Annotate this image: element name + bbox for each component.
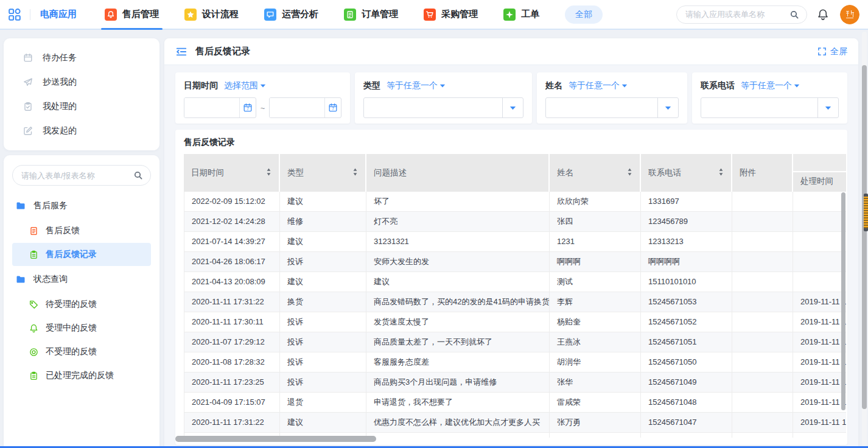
sort-icon[interactable] — [627, 167, 632, 178]
tree-item-after-sales-feedback[interactable]: 售后反馈 — [12, 219, 151, 242]
sidebar-item-todo-tasks[interactable]: 待办任务 — [4, 46, 159, 70]
svg-text:7: 7 — [247, 107, 249, 111]
filter-operator-type[interactable]: 等于任意一个 — [387, 80, 446, 91]
tree-folder-status-query[interactable]: 状态查询 — [4, 267, 159, 292]
search-icon[interactable] — [789, 10, 799, 19]
table-row[interactable]: 2021-04-13 20:08:09建议建议测试15110101010 — [184, 272, 846, 292]
column-header-date[interactable]: 日期时间 — [184, 154, 280, 192]
date-end-field[interactable] — [270, 98, 324, 117]
table-row[interactable]: 2020-11-11 17:31:22换货商品发错码数了，买的42的发的是41码… — [184, 292, 846, 312]
sort-icon[interactable] — [718, 167, 724, 178]
cell-type: 建议 — [280, 232, 366, 252]
table-row[interactable]: 2020-11-11 17:23:25投诉商品购买3个月出现问题，申请维修张华1… — [184, 373, 846, 393]
cell-type: 建议 — [280, 413, 366, 433]
table-row[interactable]: 2020-11-11 17:30:11投诉发货速度太慢了杨贻奎152456710… — [184, 312, 846, 332]
avatar[interactable] — [840, 5, 859, 24]
caret-down-icon[interactable] — [817, 98, 838, 117]
table-vertical-scrollbar-thumb[interactable] — [841, 192, 845, 410]
sidebar-item-cc-to-me[interactable]: 抄送我的 — [4, 70, 159, 94]
tree-item-pending-feedback[interactable]: 待受理的反馈 — [12, 293, 151, 316]
table-row[interactable]: 2021-07-14 14:39:27建议3123132112311231321… — [184, 232, 846, 252]
nav-search[interactable] — [676, 5, 807, 24]
cell-description: 坏了 — [366, 192, 550, 212]
tree-item-after-sales-feedback-records[interactable]: 售后反馈记录 — [12, 243, 151, 266]
cell-process-time: 2019-11-11 1 — [793, 292, 846, 312]
nav-search-input[interactable] — [685, 10, 789, 19]
form-search-input[interactable] — [21, 171, 133, 180]
cell-empty — [366, 433, 550, 438]
cell-name: 欣欣向荣 — [550, 192, 641, 212]
clipboard-green-icon — [29, 371, 38, 380]
table-row[interactable]: 2021-04-26 18:06:17投诉安师大发生的发啊啊啊啊啊啊啊 — [184, 252, 846, 272]
caret-down-icon[interactable] — [657, 98, 678, 117]
cell-description: 商品质量太差了，一天不到就坏了 — [366, 332, 550, 352]
page-scrollbar-thumb[interactable] — [862, 65, 867, 409]
fullscreen-icon — [817, 47, 827, 56]
filter-select-name[interactable] — [545, 97, 679, 118]
filter-date-end-input[interactable]: 7 — [269, 97, 341, 118]
tree-folder-after-sales-service[interactable]: 售后服务 — [4, 193, 159, 219]
table-row[interactable]: 2020-11-07 17:29:12投诉商品质量太差了，一天不到就坏了王燕冰1… — [184, 332, 846, 352]
table-card: 售后反馈记录 日期时间类型问题描述姓名联系电话附件处理时间 2022-02-09… — [175, 130, 847, 445]
tree-item-completed-feedback[interactable]: 已处理完成的反馈 — [12, 364, 151, 387]
table-row[interactable]: 2021-12-02 14:24:28维修灯不亮张四123456789 — [184, 212, 846, 232]
tree-folder-label: 售后服务 — [33, 200, 68, 211]
tab-after-sales[interactable]: 售后管理 — [105, 0, 159, 29]
tree-item-processing-feedback[interactable]: 受理中的反馈 — [12, 317, 151, 340]
column-header-phone[interactable]: 联系电话 — [641, 154, 732, 192]
tree-item-rejected-feedback[interactable]: 不受理的反馈 — [12, 340, 151, 363]
table-row[interactable]: 2021-04-09 17:15:07退货申请退货，我不想要了雷咸荣152456… — [184, 393, 846, 413]
search-icon[interactable] — [133, 170, 143, 180]
filter-select-type[interactable] — [363, 97, 523, 118]
table-row[interactable]: 2020-11-08 17:28:32投诉客服服务态度差胡润华152456710… — [184, 352, 846, 373]
caret-down-icon[interactable] — [502, 98, 523, 117]
tab-operation-analysis[interactable]: 运营分析 — [264, 0, 318, 29]
cell-name: 李辉 — [550, 292, 641, 312]
filter-bar: 日期时间选择范围7~7类型等于任意一个姓名等于任意一个联系电话等于任意一个 — [175, 72, 847, 124]
quick-item-label: 抄送我的 — [43, 77, 77, 88]
sidebar-item-initiated-by-me[interactable]: 我发起的 — [4, 119, 159, 143]
filter-date-start-input[interactable]: 7 — [184, 97, 256, 118]
filter-operator-date-range[interactable]: 选择范围 — [224, 80, 266, 91]
tab-order-management[interactable]: 订单管理 — [344, 0, 398, 29]
fullscreen-button[interactable]: 全屏 — [817, 46, 847, 57]
tab-label: 运营分析 — [282, 9, 318, 20]
tab-purchase-management[interactable]: 采购管理 — [424, 0, 478, 29]
tab-work-order[interactable]: 工单 — [503, 0, 539, 29]
cell-empty — [641, 433, 732, 438]
cell-description: 客服服务态度差 — [366, 352, 550, 373]
form-search[interactable] — [12, 165, 151, 186]
tree-item-label: 受理中的反馈 — [46, 323, 97, 334]
cell-attachment — [732, 252, 793, 272]
cell-phone: 12313213 — [641, 232, 732, 252]
cell-empty — [550, 433, 641, 438]
calendar-icon[interactable]: 7 — [324, 98, 341, 117]
table-row[interactable]: 2022-02-09 15:12:02建议坏了欣欣向荣1331697 — [184, 192, 846, 212]
date-start-field[interactable] — [184, 98, 239, 117]
apps-grid-icon[interactable] — [7, 7, 22, 22]
tab-design-flow[interactable]: 设计流程 — [184, 0, 239, 29]
tab-label: 工单 — [521, 9, 539, 20]
filter-operator-phone[interactable]: 等于任意一个 — [741, 80, 800, 91]
table-horizontal-scrollbar-thumb[interactable] — [175, 436, 376, 442]
column-header-name[interactable]: 姓名 — [550, 154, 641, 192]
calendar-icon[interactable]: 7 — [239, 98, 256, 117]
sidebar-quick-panel: 待办任务抄送我的我处理的我发起的 — [4, 38, 159, 150]
cell-date: 2020-11-07 17:29:12 — [184, 332, 280, 352]
filter-select-phone[interactable] — [701, 97, 839, 118]
table-row[interactable]: 2020-11-11 17:31:22建议优惠力度不怎么样，建议优化加大点才更多… — [184, 413, 846, 433]
notification-bell-icon[interactable] — [817, 9, 829, 21]
column-header-type[interactable]: 类型 — [280, 154, 366, 192]
cell-date: 2021-12-02 14:24:28 — [184, 212, 280, 232]
cell-attachment — [732, 292, 793, 312]
sidebar-item-handled-by-me[interactable]: 我处理的 — [4, 94, 159, 119]
filter-operator-name[interactable]: 等于任意一个 — [569, 80, 628, 91]
all-apps-pill[interactable]: 全部 — [565, 5, 603, 24]
sort-icon[interactable] — [266, 167, 271, 178]
sort-icon[interactable] — [352, 167, 358, 178]
workspace-label[interactable]: 电商应用 — [40, 9, 77, 20]
menu-fold-icon[interactable] — [175, 46, 187, 58]
tree-item-label: 不受理的反馈 — [46, 346, 97, 357]
bell-green-icon — [29, 324, 38, 333]
cell-process-time — [793, 192, 846, 212]
